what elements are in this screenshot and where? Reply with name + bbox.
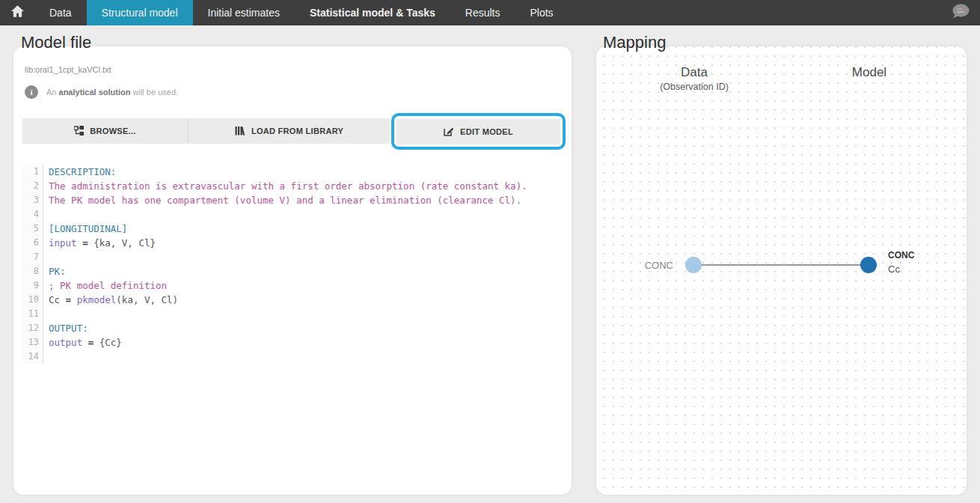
- library-label: LOAD FROM LIBRARY: [251, 126, 343, 135]
- line-content: OUTPUT:: [43, 321, 88, 335]
- line-content: input = {ka, V, Cl}: [43, 236, 156, 250]
- mapping-data-label: CONC: [610, 249, 673, 281]
- line-number: 1: [22, 165, 43, 179]
- mapping-link-line: [693, 264, 869, 266]
- mapping-panel: Data (Observation ID) Model CONCCONCCc: [596, 46, 967, 495]
- code-line: 13output = {Cc}: [22, 335, 555, 350]
- mapping-model-header: Model: [809, 65, 929, 80]
- line-number: 8: [22, 264, 43, 278]
- line-number: 9: [22, 278, 43, 293]
- code-line: 2The administration is extravascular wit…: [22, 179, 555, 193]
- mapping-row: CONCCONCCc: [596, 249, 967, 281]
- code-line: 10Cc = pkmodel(ka, V, Cl): [22, 293, 555, 307]
- line-content: DESCRIPTION:: [43, 165, 116, 179]
- line-content: [43, 350, 55, 364]
- code-line: 8PK:: [22, 264, 555, 278]
- line-number: 7: [22, 250, 43, 264]
- line-content: [43, 307, 55, 321]
- code-line: 4: [22, 207, 555, 222]
- mapping-data-subheader: (Observation ID): [634, 82, 754, 92]
- code-line: 7: [22, 250, 555, 264]
- mapping-data-dot[interactable]: [685, 257, 702, 273]
- tab-initial-estimates[interactable]: Initial estimates: [193, 0, 295, 25]
- tab-data[interactable]: Data: [34, 0, 87, 25]
- edit-model-highlight: EDIT MODEL: [391, 113, 566, 150]
- model-filename: lib:oral1_1cpt_kaVCl.txt: [25, 65, 111, 74]
- line-number: 10: [22, 293, 43, 307]
- browse-label: BROWSE...: [90, 126, 135, 135]
- mapping-model-sublabel: Cc: [888, 263, 900, 275]
- model-file-panel: lib:oral1_1cpt_kaVCl.txt i An analytical…: [13, 46, 572, 495]
- browse-button[interactable]: BROWSE...: [22, 118, 189, 144]
- analytical-solution-note: i An analytical solution will be used.: [25, 85, 178, 99]
- line-number: 14: [22, 350, 43, 364]
- code-line: 9; PK model definition: [22, 278, 555, 293]
- mapping-title: Mapping: [603, 33, 666, 52]
- line-content: [43, 250, 55, 264]
- line-content: The administration is extravascular with…: [43, 179, 527, 193]
- tab-statistical-model-tasks[interactable]: Statistical model & Tasks: [295, 0, 450, 25]
- line-content: [43, 207, 55, 222]
- line-number: 2: [22, 179, 43, 193]
- home-button[interactable]: [0, 0, 34, 25]
- mapping-model-dot[interactable]: [860, 257, 877, 273]
- line-number: 12: [22, 321, 43, 335]
- code-line: 3The PK model has one compartment (volum…: [22, 193, 555, 207]
- line-content: The PK model has one compartment (volume…: [43, 193, 521, 207]
- line-content: [LONGITUDINAL]: [43, 222, 127, 236]
- home-icon: [11, 5, 24, 20]
- line-number: 11: [22, 307, 43, 321]
- line-content: output = {Cc}: [43, 335, 122, 350]
- line-number: 4: [22, 207, 43, 222]
- line-number: 3: [22, 193, 43, 207]
- model-file-title: Model file: [21, 33, 91, 52]
- info-text: An analytical solution will be used.: [46, 88, 178, 97]
- chat-bubble-icon: [951, 4, 970, 22]
- line-content: Cc = pkmodel(ka, V, Cl): [43, 293, 178, 307]
- line-content: PK:: [43, 264, 66, 278]
- library-books-icon: [235, 126, 245, 137]
- tab-results[interactable]: Results: [450, 0, 515, 25]
- edit-model-button[interactable]: EDIT MODEL: [396, 119, 560, 144]
- mapping-model-label: CONC: [888, 250, 914, 260]
- model-code-editor[interactable]: 1DESCRIPTION:2The administration is extr…: [22, 165, 555, 364]
- load-from-library-button[interactable]: LOAD FROM LIBRARY: [189, 118, 390, 144]
- line-number: 13: [22, 335, 43, 350]
- code-line: 5[LONGITUDINAL]: [22, 222, 555, 236]
- feedback-button[interactable]: [951, 0, 980, 25]
- mapping-data-header: Data: [634, 65, 754, 80]
- edit-pencil-icon: [444, 126, 454, 138]
- code-line: 1DESCRIPTION:: [22, 165, 555, 179]
- info-icon: i: [25, 85, 38, 99]
- browse-icon: [74, 126, 84, 137]
- code-line: 6input = {ka, V, Cl}: [22, 236, 555, 250]
- code-line: 14: [22, 350, 555, 364]
- line-number: 6: [22, 236, 43, 250]
- line-number: 5: [22, 222, 43, 236]
- tab-plots[interactable]: Plots: [515, 0, 569, 25]
- line-content: ; PK model definition: [43, 278, 167, 293]
- edit-model-label: EDIT MODEL: [460, 127, 513, 136]
- code-line: 11: [22, 307, 555, 321]
- nav-tabs: DataStructural modelInitial estimatesSta…: [34, 0, 569, 25]
- top-navbar: DataStructural modelInitial estimatesSta…: [0, 0, 980, 25]
- tab-structural-model[interactable]: Structural model: [87, 0, 193, 25]
- code-line: 12OUTPUT:: [22, 321, 555, 335]
